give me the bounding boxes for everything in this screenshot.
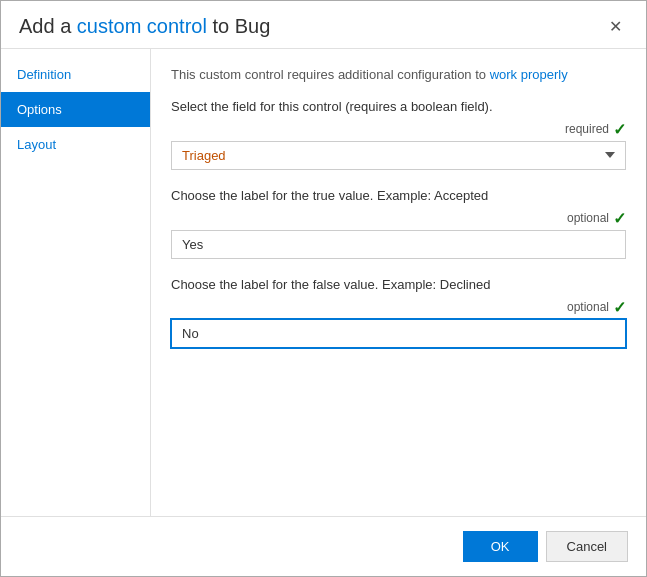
title-suffix: to Bug <box>207 15 270 37</box>
true-label-input[interactable] <box>171 230 626 259</box>
add-custom-control-dialog: Add a custom control to Bug ✕ Definition… <box>0 0 647 577</box>
false-label-row <box>171 319 626 348</box>
content-area: This custom control requires additional … <box>151 49 646 516</box>
dialog-title: Add a custom control to Bug <box>19 15 270 38</box>
sidebar-item-options[interactable]: Options <box>1 92 150 127</box>
dialog-body: Definition Options Layout This custom co… <box>1 48 646 516</box>
true-check-icon: ✓ <box>613 209 626 228</box>
info-prefix: This custom control requires additional … <box>171 67 490 82</box>
required-text: required <box>565 122 609 136</box>
field-select-row: Triaged <box>171 141 626 170</box>
true-optional-row: optional ✓ <box>171 209 626 228</box>
field-select-label: Select the field for this control (requi… <box>171 99 626 114</box>
false-optional-text: optional <box>567 300 609 314</box>
required-row: required ✓ <box>171 120 626 139</box>
ok-button[interactable]: OK <box>463 531 538 562</box>
sidebar-item-label: Definition <box>17 67 71 82</box>
required-check-icon: ✓ <box>613 120 626 139</box>
dialog-footer: OK Cancel <box>1 516 646 576</box>
false-check-icon: ✓ <box>613 298 626 317</box>
true-label-row <box>171 230 626 259</box>
field-select-label-text: Select the field for this control (requi… <box>171 99 493 114</box>
false-label-section: Choose the label for the false value. Ex… <box>171 277 626 348</box>
field-select-section: Select the field for this control (requi… <box>171 99 626 170</box>
info-message: This custom control requires additional … <box>171 65 626 85</box>
sidebar-item-layout[interactable]: Layout <box>1 127 150 162</box>
info-accent: work properly <box>490 67 568 82</box>
close-button[interactable]: ✕ <box>603 17 628 37</box>
false-label-input[interactable] <box>171 319 626 348</box>
true-optional-text: optional <box>567 211 609 225</box>
close-icon: ✕ <box>609 18 622 35</box>
field-select-dropdown[interactable]: Triaged <box>171 141 626 170</box>
sidebar-item-label: Options <box>17 102 62 117</box>
dialog-header: Add a custom control to Bug ✕ <box>1 1 646 48</box>
false-optional-row: optional ✓ <box>171 298 626 317</box>
sidebar: Definition Options Layout <box>1 49 151 516</box>
sidebar-item-definition[interactable]: Definition <box>1 57 150 92</box>
title-accent: custom control <box>77 15 207 37</box>
title-static: Add a <box>19 15 77 37</box>
true-label-section: Choose the label for the true value. Exa… <box>171 188 626 259</box>
false-label-description: Choose the label for the false value. Ex… <box>171 277 626 292</box>
sidebar-item-label: Layout <box>17 137 56 152</box>
cancel-button[interactable]: Cancel <box>546 531 628 562</box>
true-label-description: Choose the label for the true value. Exa… <box>171 188 626 203</box>
